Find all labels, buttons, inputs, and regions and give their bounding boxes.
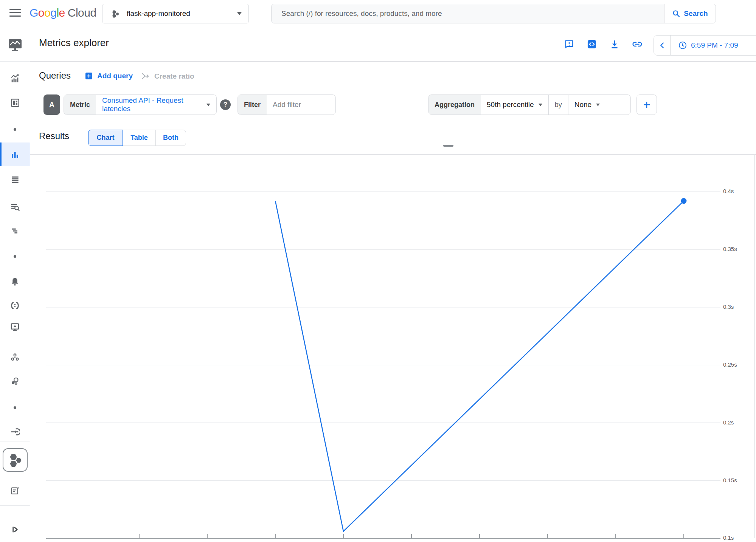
arrow-into-arc-icon — [10, 427, 20, 437]
badge-connector — [60, 105, 64, 105]
project-hexagons-icon — [111, 9, 121, 18]
merge-arrow-icon — [141, 71, 151, 81]
y-axis-label: 0.25s — [723, 361, 737, 368]
add-aggregation-button[interactable] — [636, 94, 657, 115]
sidebar-item-integrations[interactable] — [0, 423, 30, 440]
queries-heading: Queries — [39, 70, 71, 81]
tab-table[interactable]: Table — [123, 130, 156, 146]
results-view-toggle: Chart Table Both — [88, 130, 186, 146]
sidebar-item-bubbles[interactable] — [0, 373, 30, 389]
plus-icon — [642, 100, 651, 109]
tab-chart[interactable]: Chart — [88, 130, 123, 146]
logo-cloud-word: Cloud — [68, 6, 96, 19]
main-menu-icon[interactable] — [9, 9, 21, 19]
clock-icon — [678, 41, 687, 50]
header-actions — [563, 38, 644, 51]
metric-chip-label: Metric — [64, 95, 96, 115]
page-header: Metrics explorer — [30, 27, 756, 61]
parentheses-circle-icon — [10, 300, 20, 311]
google-cloud-logo: GoogleCloud — [29, 6, 96, 19]
feedback-icon — [564, 39, 574, 50]
by-label: by — [549, 95, 568, 115]
time-back-button[interactable] — [654, 36, 671, 55]
feedback-button[interactable] — [563, 38, 576, 51]
sidebar-item-logs-explorer[interactable] — [0, 198, 30, 215]
monitoring-sidebar — [0, 27, 30, 542]
download-icon — [609, 39, 620, 50]
latency-chart: 0.4s 0.35s 0.3s 0.25s 0.2s 0.15s 0.1s UT… — [30, 154, 756, 542]
code-icon — [587, 39, 597, 50]
search-button[interactable]: Search — [664, 4, 716, 23]
link-icon — [632, 39, 643, 50]
aggregation-dropdown[interactable]: 50th percentile — [481, 95, 548, 115]
time-range-text: 6:59 PM - 7:09 — [691, 41, 738, 50]
metric-dropdown[interactable]: Consumed API - Request latencies — [96, 95, 216, 115]
trending-chart-icon — [10, 73, 20, 84]
tab-both[interactable]: Both — [155, 130, 186, 146]
search-button-label: Search — [684, 9, 708, 18]
aggregation-chip: Aggregation 50th percentile by None — [428, 94, 631, 115]
app-bar: GoogleCloud flask-app-monitored Search (… — [0, 0, 756, 27]
bar-chart-icon — [10, 150, 20, 160]
chevron-down-icon — [206, 104, 210, 106]
add-query-button[interactable]: Add query — [84, 71, 133, 81]
node-cluster-icon — [10, 352, 20, 362]
group-by-dropdown[interactable]: None — [568, 95, 606, 115]
hexagon-cluster-icon — [7, 452, 23, 468]
sidebar-item-hexagon-app[interactable] — [3, 448, 28, 472]
create-ratio-label: Create ratio — [154, 72, 194, 81]
y-axis-label: 0.15s — [723, 477, 737, 483]
sidebar-item-list[interactable] — [0, 171, 30, 188]
metric-chip: Metric Consumed API - Request latencies — [64, 94, 217, 115]
stacked-lines-icon — [10, 175, 20, 184]
global-search: Search (/) for resources, docs, products… — [271, 4, 716, 23]
list-search-icon — [10, 202, 20, 212]
sidebar-item-groups[interactable] — [0, 349, 30, 365]
chevron-down-icon — [539, 104, 542, 106]
share-link-button[interactable] — [631, 38, 644, 51]
sidebar-divider — [0, 505, 30, 506]
chart-plot[interactable] — [30, 154, 756, 542]
logo-letter: G — [29, 6, 38, 19]
metrics-explorer-page: GoogleCloud flask-app-monitored Search (… — [0, 0, 756, 542]
project-selector[interactable]: flask-app-monitored — [102, 4, 249, 23]
expand-panel-icon — [10, 525, 20, 534]
sidebar-item-release-notes[interactable] — [0, 482, 30, 499]
note-add-icon — [10, 486, 20, 496]
sidebar-expand-button[interactable] — [0, 521, 30, 538]
query-letter-badge[interactable]: A — [43, 94, 60, 115]
sidebar-section-dot — [0, 399, 30, 416]
metric-value: Consumed API - Request latencies — [102, 96, 202, 113]
create-ratio-button[interactable]: Create ratio — [141, 71, 194, 81]
sidebar-divider — [0, 61, 30, 62]
search-placeholder: Search (/) for resources, docs, products… — [281, 9, 442, 18]
sidebar-item-uptime-checks[interactable] — [0, 319, 30, 335]
query-builder-row: A Metric Consumed API - Request latencie… — [30, 91, 756, 127]
sidebar-item-line-chart[interactable] — [0, 70, 30, 87]
sidebar-item-dashboards[interactable] — [0, 94, 30, 111]
chevron-down-icon — [596, 104, 600, 106]
monitoring-logo-icon — [8, 39, 22, 51]
logo-letter: o — [38, 6, 44, 19]
y-axis-label: 0.4s — [723, 188, 734, 194]
trace-spans-icon — [10, 226, 20, 236]
filter-input[interactable]: Add filter — [267, 95, 307, 115]
sidebar-item-trace[interactable] — [0, 223, 30, 239]
code-editor-button[interactable] — [585, 38, 598, 51]
sidebar-item-monitoring-home[interactable] — [0, 37, 30, 53]
sidebar-item-metrics-explorer[interactable] — [0, 146, 30, 163]
chart-right-border — [754, 155, 755, 538]
bubbles-icon — [10, 376, 20, 386]
metric-help-button[interactable]: ? — [220, 99, 231, 110]
download-button[interactable] — [608, 38, 621, 51]
filter-chip-label: Filter — [238, 95, 267, 115]
y-axis-label: 0.35s — [723, 246, 737, 252]
search-input[interactable]: Search (/) for resources, docs, products… — [272, 4, 664, 23]
sidebar-item-error-reporting[interactable] — [0, 297, 30, 314]
project-name: flask-app-monitored — [127, 9, 190, 18]
monitor-upload-icon — [10, 322, 20, 332]
y-axis-label: 0.3s — [723, 304, 734, 310]
sidebar-item-alerting[interactable] — [0, 273, 30, 290]
sidebar-divider — [0, 479, 30, 479]
time-range-selector[interactable]: 6:59 PM - 7:09 — [671, 41, 738, 50]
